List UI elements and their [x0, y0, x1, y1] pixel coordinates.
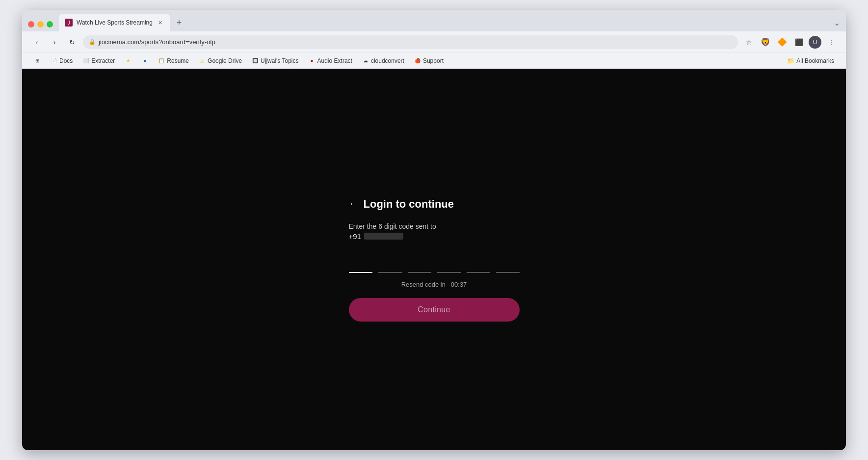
otp-input-1[interactable] — [349, 252, 372, 273]
tab-close-button[interactable]: ✕ — [157, 19, 164, 27]
otp-modal: ← Login to continue Enter the 6 digit co… — [349, 198, 520, 322]
otp-input-group — [349, 252, 520, 273]
bookmark-star3[interactable]: ★ — [121, 56, 135, 66]
modal-phone: +91 — [349, 232, 403, 241]
otp-input-5[interactable] — [467, 252, 490, 273]
ujjwal-icon: 🔲 — [252, 57, 259, 64]
resend-code-text: Resend code in 00:37 — [401, 281, 467, 288]
bookmark-ujjwal-topics[interactable]: 🔲 Ujjwal's Topics — [248, 56, 302, 66]
brave-rewards-icon[interactable]: 🔶 — [775, 35, 789, 49]
reload-button[interactable]: ↻ — [65, 35, 79, 49]
security-icon: 🔒 — [89, 39, 96, 45]
bookmark-cloudconvert-label: cloudconvert — [371, 57, 404, 64]
gdrive-icon: △ — [199, 57, 206, 64]
profile-button[interactable]: U — [809, 36, 821, 49]
bookmark-extracter-label: Extracter — [91, 57, 115, 64]
bookmark-circle4[interactable]: ● — [137, 56, 152, 66]
circle-icon: ● — [141, 57, 148, 64]
otp-input-2[interactable] — [378, 252, 402, 273]
apps-grid-icon: ⊞ — [34, 57, 41, 64]
bookmark-audio-label: Audio Extract — [317, 57, 352, 64]
page-content: ← Login to continue Enter the 6 digit co… — [22, 69, 846, 450]
extensions-icon[interactable]: ⬛ — [792, 35, 806, 49]
phone-redacted-number — [364, 233, 403, 240]
resume-icon: 📋 — [158, 57, 165, 64]
navigation-bar: ‹ › ↻ 🔒 jiocinema.com/sports?onboard=ver… — [22, 31, 846, 53]
active-tab[interactable]: J Watch Live Sports Streaming ✕ — [59, 14, 170, 31]
star-icon: ★ — [125, 57, 132, 64]
back-button[interactable]: ‹ — [30, 35, 44, 49]
bookmarks-bar: ⊞ 📄 Docs ⬜ Extracter ★ ● 📋 Resume △ Goog… — [22, 53, 846, 69]
bookmarks-folder-icon: 📁 — [787, 57, 794, 64]
address-url-text: jiocinema.com/sports?onboard=verify-otp — [99, 38, 215, 46]
audio-icon: ● — [309, 57, 316, 64]
bookmark-star-button[interactable]: ☆ — [742, 35, 756, 49]
modal-header: ← Login to continue — [349, 198, 454, 211]
tab-title: Watch Live Sports Streaming — [77, 19, 153, 26]
bookmark-support[interactable]: 🍎 Support — [410, 56, 447, 66]
bookmark-cloudconvert[interactable]: ☁ cloudconvert — [358, 56, 408, 66]
extracter-icon: ⬜ — [82, 57, 89, 64]
bookmark-docs[interactable]: 📄 Docs — [47, 56, 77, 66]
resend-timer: 00:37 — [451, 281, 467, 288]
new-tab-button[interactable]: + — [172, 16, 186, 29]
tab-favicon-icon: J — [65, 19, 73, 27]
back-arrow-button[interactable]: ← — [349, 199, 358, 209]
nav-actions: ☆ 🦁 🔶 ⬛ U ⋮ — [742, 35, 838, 49]
otp-input-4[interactable] — [437, 252, 461, 273]
forward-button[interactable]: › — [48, 35, 61, 49]
bookmark-ujjwal-label: Ujjwal's Topics — [261, 57, 298, 64]
all-bookmarks-button[interactable]: 📁 All Bookmarks — [783, 56, 838, 66]
continue-button[interactable]: Continue — [349, 298, 520, 322]
menu-button[interactable]: ⋮ — [824, 35, 838, 49]
all-bookmarks-label: All Bookmarks — [796, 57, 834, 64]
traffic-lights — [28, 21, 53, 27]
bookmark-resume-label: Resume — [167, 57, 189, 64]
browser-window: J Watch Live Sports Streaming ✕ + ⌄ ‹ › … — [22, 10, 846, 450]
bookmark-gdrive-label: Google Drive — [208, 57, 242, 64]
close-window-button[interactable] — [28, 21, 34, 27]
bookmark-google-drive[interactable]: △ Google Drive — [195, 56, 246, 66]
docs-icon: 📄 — [51, 57, 57, 64]
tab-bar: J Watch Live Sports Streaming ✕ + ⌄ — [22, 10, 846, 31]
modal-title: Login to continue — [364, 198, 454, 211]
support-icon: 🍎 — [414, 57, 421, 64]
phone-prefix: +91 — [349, 232, 361, 241]
bookmark-support-label: Support — [423, 57, 444, 64]
modal-subtitle: Enter the 6 digit code sent to — [349, 222, 436, 230]
bookmark-apps[interactable]: ⊞ — [30, 56, 45, 66]
bookmark-resume[interactable]: 📋 Resume — [154, 56, 193, 66]
bookmark-docs-label: Docs — [59, 57, 73, 64]
bookmark-extracter[interactable]: ⬜ Extracter — [79, 56, 119, 66]
address-bar[interactable]: 🔒 jiocinema.com/sports?onboard=verify-ot… — [83, 35, 738, 49]
maximize-window-button[interactable] — [47, 21, 53, 27]
cloudconvert-icon: ☁ — [362, 57, 369, 64]
brave-shield-icon[interactable]: 🦁 — [759, 35, 772, 49]
minimize-window-button[interactable] — [37, 21, 44, 27]
otp-input-6[interactable] — [496, 252, 520, 273]
bookmark-audio-extract[interactable]: ● Audio Extract — [305, 56, 356, 66]
tab-list-button[interactable]: ⌄ — [834, 18, 840, 27]
otp-input-3[interactable] — [408, 252, 431, 273]
